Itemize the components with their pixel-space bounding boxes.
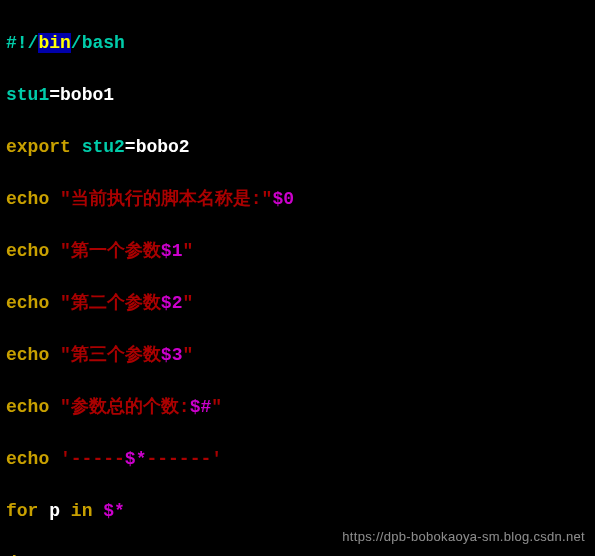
shebang-bin: bin <box>38 33 70 53</box>
param-star: $* <box>125 449 147 469</box>
code-block: #!/bin/bash stu1=bobo1 export stu2=bobo2… <box>0 0 595 556</box>
param-0: $0 <box>272 189 294 209</box>
echo: echo <box>6 397 60 417</box>
param-star: $* <box>103 501 125 521</box>
str: '----- <box>60 449 125 469</box>
line-7: echo "第三个参数$3" <box>6 342 589 368</box>
str: "第三个参数 <box>60 345 161 365</box>
line-shebang: #!/bin/bash <box>6 30 589 56</box>
echo: echo <box>6 241 60 261</box>
str: "第二个参数 <box>60 293 161 313</box>
str-end: " <box>182 293 193 313</box>
str: "当前执行的脚本名称是:" <box>60 189 272 209</box>
line-6: echo "第二个参数$2" <box>6 290 589 316</box>
var-p: p <box>49 501 60 521</box>
kw-export: export <box>6 137 82 157</box>
line-4: echo "当前执行的脚本名称是:"$0 <box>6 186 589 212</box>
line-10: for p in $* <box>6 498 589 524</box>
param-2: $2 <box>161 293 183 313</box>
var-stu2: stu2 <box>82 137 125 157</box>
str-end: " <box>211 397 222 417</box>
echo: echo <box>6 293 60 313</box>
var-stu1: stu1 <box>6 85 49 105</box>
line-9: echo '-----$*------' <box>6 446 589 472</box>
eq: = <box>125 137 136 157</box>
param-hash: $# <box>190 397 212 417</box>
shebang-bash: bash <box>82 33 125 53</box>
shebang-slash1: / <box>28 33 39 53</box>
shebang-hash: #! <box>6 33 28 53</box>
str: "参数总的个数: <box>60 397 190 417</box>
str-end: " <box>182 241 193 261</box>
line-8: echo "参数总的个数:$#" <box>6 394 589 420</box>
str-end: ------' <box>146 449 222 469</box>
line-2: stu1=bobo1 <box>6 82 589 108</box>
val-bobo2: bobo2 <box>136 137 190 157</box>
param-1: $1 <box>161 241 183 261</box>
watermark: https://dpb-bobokaoya-sm.blog.csdn.net <box>342 524 585 550</box>
line-3: export stu2=bobo2 <box>6 134 589 160</box>
eq: = <box>49 85 60 105</box>
shebang-slash2: / <box>71 33 82 53</box>
str: "第一个参数 <box>60 241 161 261</box>
echo: echo <box>6 189 60 209</box>
echo: echo <box>6 449 60 469</box>
line-11: do <box>6 550 589 556</box>
line-5: echo "第一个参数$1" <box>6 238 589 264</box>
kw-in: in <box>60 501 103 521</box>
val-bobo1: bobo1 <box>60 85 114 105</box>
str-end: " <box>182 345 193 365</box>
param-3: $3 <box>161 345 183 365</box>
echo: echo <box>6 345 60 365</box>
kw-for: for <box>6 501 49 521</box>
